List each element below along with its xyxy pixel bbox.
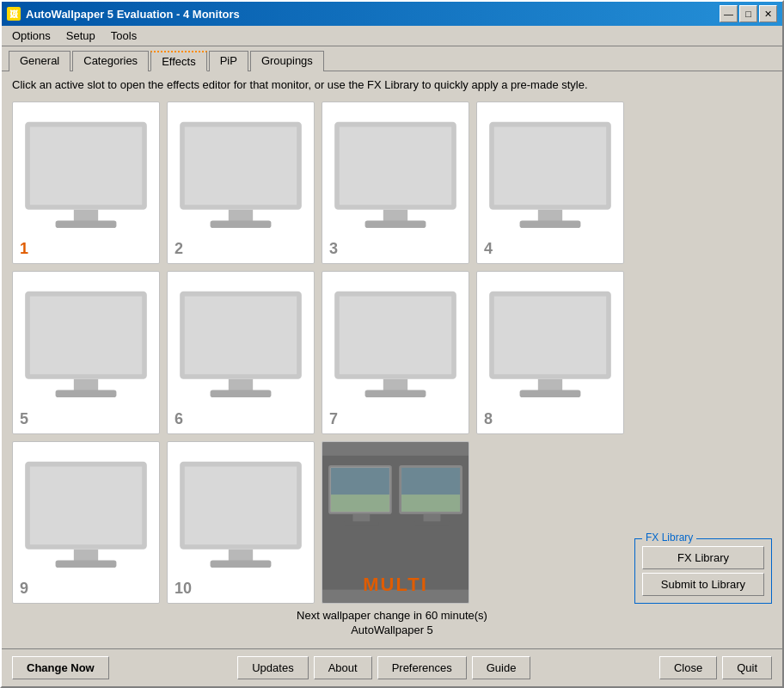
- menu-options[interactable]: Options: [5, 28, 58, 44]
- titlebar: 🖼 AutoWallpaper 5 Evaluation - 4 Monitor…: [2, 2, 782, 26]
- app-icon: 🖼: [7, 7, 21, 21]
- svg-rect-3: [56, 221, 117, 229]
- svg-rect-44: [345, 521, 379, 526]
- svg-rect-2: [74, 210, 98, 222]
- svg-rect-9: [340, 126, 451, 205]
- svg-rect-17: [30, 297, 142, 375]
- svg-rect-30: [538, 379, 562, 391]
- monitor-icon-2: [168, 102, 314, 263]
- svg-rect-14: [538, 210, 562, 222]
- svg-rect-5: [185, 126, 297, 205]
- svg-rect-31: [520, 390, 581, 398]
- minimize-button[interactable]: —: [720, 5, 738, 22]
- quit-button[interactable]: Quit: [722, 656, 772, 679]
- svg-rect-25: [340, 297, 451, 375]
- submit-to-library-button[interactable]: Submit to Library: [642, 573, 764, 596]
- svg-rect-11: [365, 221, 426, 229]
- svg-rect-27: [365, 390, 426, 398]
- svg-rect-23: [211, 390, 272, 398]
- monitor-icon-10: [168, 442, 314, 603]
- svg-rect-10: [383, 210, 407, 222]
- monitor-icon-1: [13, 102, 159, 263]
- preferences-button[interactable]: Preferences: [377, 656, 467, 679]
- monitor-slot-8[interactable]: 8: [476, 271, 624, 433]
- multi-label: MULTI: [363, 574, 428, 596]
- monitor-slot-2[interactable]: 2: [167, 101, 315, 264]
- monitor-icon-7: [322, 272, 469, 433]
- monitor-icon-5: [13, 272, 159, 433]
- tab-pip[interactable]: PiP: [209, 51, 248, 71]
- svg-rect-48: [415, 521, 450, 526]
- svg-rect-35: [56, 560, 117, 568]
- svg-rect-21: [185, 297, 297, 375]
- monitor-icon-3: [322, 102, 469, 263]
- monitor-slot-4[interactable]: 4: [476, 101, 624, 264]
- svg-rect-19: [56, 390, 117, 398]
- monitor-slot-10[interactable]: 10: [167, 441, 315, 604]
- monitors-grid-container: 1 2: [12, 101, 772, 604]
- fx-library-panel: FX Library FX Library Submit to Library: [634, 101, 772, 604]
- monitor-icon-6: [168, 272, 314, 433]
- slot-number-9: 9: [20, 580, 28, 598]
- monitor-icon-8: [477, 272, 623, 433]
- fx-library-button[interactable]: FX Library: [642, 546, 764, 569]
- monitor-slot-1[interactable]: 1: [12, 101, 160, 264]
- main-content: Click an active slot to open the effects…: [2, 71, 782, 648]
- status-bar: Next wallpaper change in 60 minute(s): [12, 604, 772, 624]
- svg-rect-6: [229, 210, 253, 222]
- monitor-slot-5[interactable]: 5: [12, 271, 160, 433]
- slot-number-4: 4: [484, 240, 493, 258]
- monitor-slot-9[interactable]: 9: [12, 441, 160, 604]
- menu-tools[interactable]: Tools: [104, 28, 144, 44]
- monitor-icon-9: [13, 442, 159, 603]
- tab-categories[interactable]: Categories: [72, 51, 149, 71]
- tab-general[interactable]: General: [9, 51, 70, 71]
- svg-rect-22: [229, 379, 253, 391]
- monitors-grid: 1 2: [12, 101, 624, 604]
- updates-button[interactable]: Updates: [237, 656, 308, 679]
- svg-rect-53: [401, 494, 460, 512]
- slot-number-7: 7: [329, 410, 338, 428]
- fx-group-label: FX Library: [642, 531, 696, 544]
- about-button[interactable]: About: [314, 656, 372, 679]
- svg-rect-37: [185, 466, 297, 544]
- svg-rect-18: [74, 379, 98, 391]
- svg-rect-1: [30, 126, 142, 205]
- slot-number-2: 2: [175, 240, 183, 258]
- monitor-slot-3[interactable]: 3: [322, 101, 469, 264]
- tab-groupings[interactable]: Groupings: [250, 51, 324, 71]
- svg-rect-47: [424, 513, 441, 522]
- svg-rect-13: [494, 126, 606, 205]
- svg-rect-15: [520, 221, 581, 229]
- slot-number-10: 10: [175, 580, 192, 598]
- monitor-slot-7[interactable]: 7: [322, 271, 469, 433]
- slot-number-1: 1: [20, 240, 28, 258]
- slot-number-8: 8: [484, 410, 493, 428]
- app-name-text: AutoWallpaper 5: [12, 624, 772, 642]
- close-button[interactable]: Close: [659, 656, 717, 679]
- monitor-slot-multi[interactable]: MULTI: [322, 441, 469, 604]
- titlebar-buttons: — □ ✕: [720, 5, 777, 22]
- window-title: AutoWallpaper 5 Evaluation - 4 Monitors: [26, 8, 240, 21]
- fx-group-box: FX Library FX Library Submit to Library: [634, 538, 772, 604]
- menubar: Options Setup Tools: [2, 26, 782, 46]
- tabs-bar: General Categories Effects PiP Groupings: [2, 46, 782, 71]
- svg-rect-7: [211, 221, 272, 229]
- change-now-button[interactable]: Change Now: [12, 656, 109, 679]
- guide-button[interactable]: Guide: [472, 656, 531, 679]
- maximize-button[interactable]: □: [739, 5, 757, 22]
- svg-rect-26: [383, 379, 407, 391]
- main-window: 🖼 AutoWallpaper 5 Evaluation - 4 Monitor…: [0, 0, 784, 688]
- tab-effects[interactable]: Effects: [150, 51, 207, 71]
- menu-setup[interactable]: Setup: [59, 28, 102, 44]
- titlebar-left: 🖼 AutoWallpaper 5 Evaluation - 4 Monitor…: [7, 7, 240, 21]
- svg-rect-39: [211, 560, 272, 568]
- svg-rect-43: [352, 513, 370, 522]
- svg-rect-52: [401, 468, 460, 494]
- slot-number-5: 5: [20, 410, 28, 428]
- monitor-slot-6[interactable]: 6: [167, 271, 315, 433]
- close-window-button[interactable]: ✕: [759, 5, 777, 22]
- slot-number-6: 6: [175, 410, 183, 428]
- svg-rect-29: [494, 297, 606, 375]
- description-text: Click an active slot to open the effects…: [12, 78, 772, 91]
